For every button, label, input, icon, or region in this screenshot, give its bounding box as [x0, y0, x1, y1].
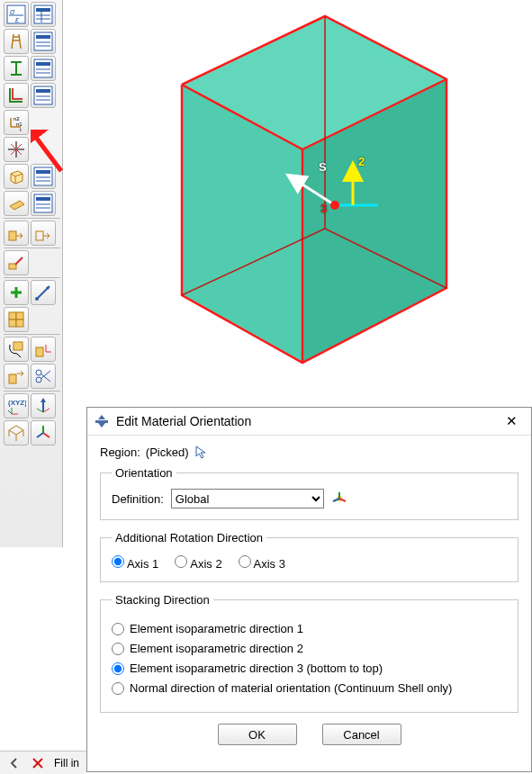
svg-rect-60: [16, 312, 23, 320]
viewport[interactable]: S 2 3: [63, 0, 532, 407]
radio-axis-3[interactable]: Axis 3: [239, 555, 285, 571]
svg-rect-61: [9, 320, 16, 327]
cancel-button[interactable]: Cancel: [322, 724, 401, 745]
status-bar: Fill in: [0, 751, 86, 774]
svg-point-68: [36, 370, 41, 375]
pick-a-icon[interactable]: [4, 364, 29, 389]
addrot-legend: Additional Rotation Direction: [112, 531, 266, 544]
radio-axis-1[interactable]: Axis 1: [112, 555, 158, 571]
dialog-titlebar[interactable]: Edit Material Orientation ✕: [87, 408, 531, 436]
svg-point-69: [36, 377, 41, 382]
datum-csys: S 2 3: [272, 149, 398, 248]
mesh-icon[interactable]: [4, 307, 29, 332]
svg-line-53: [15, 257, 23, 265]
profile-icon[interactable]: [4, 83, 29, 108]
radio-axis-3-input[interactable]: [239, 555, 251, 568]
svg-marker-80: [9, 426, 23, 435]
create-csys-icon[interactable]: [331, 490, 347, 507]
dialog-title: Edit Material Orientation: [116, 414, 491, 428]
radio-axis-2[interactable]: Axis 2: [175, 555, 221, 571]
svg-text:t: t: [20, 127, 22, 132]
svg-text:(XYZ): (XYZ): [8, 399, 26, 407]
sigma-epsilon-icon[interactable]: σε: [4, 2, 29, 27]
plane-table-icon[interactable]: [31, 191, 56, 216]
region-label: Region:: [100, 446, 140, 459]
tower-table-icon[interactable]: [31, 29, 56, 54]
ibeam-table-icon[interactable]: [31, 56, 56, 81]
radio-stack-2-input[interactable]: [112, 643, 124, 655]
brush-icon[interactable]: [4, 250, 29, 275]
svg-point-104: [330, 201, 339, 210]
svg-rect-105: [95, 420, 108, 423]
scissors-icon[interactable]: [31, 364, 56, 389]
group-stacking-direction: Stacking Direction Element isoparametric…: [100, 593, 518, 713]
radio-stack-4[interactable]: Normal direction of material orientation…: [112, 681, 507, 695]
svg-marker-37: [11, 171, 23, 184]
svg-marker-45: [10, 201, 24, 210]
svg-line-85: [43, 433, 50, 437]
svg-rect-47: [36, 197, 50, 201]
ibeam-icon[interactable]: [4, 56, 29, 81]
stack-legend: Stacking Direction: [112, 593, 213, 607]
tower-icon[interactable]: [4, 29, 29, 54]
cube-table-icon[interactable]: [31, 164, 56, 189]
radio-stack-3-input[interactable]: [112, 662, 124, 675]
triad-up-icon[interactable]: [31, 393, 56, 418]
assign-a-icon[interactable]: [4, 220, 29, 246]
svg-rect-50: [9, 231, 16, 240]
svg-marker-77: [41, 398, 46, 402]
plus-icon[interactable]: [4, 280, 29, 305]
svg-rect-59: [9, 312, 16, 320]
svg-rect-14: [36, 35, 50, 39]
svg-marker-107: [98, 423, 105, 428]
radio-stack-2[interactable]: Element isoparametric direction 2: [112, 642, 507, 655]
svg-rect-52: [9, 264, 16, 269]
svg-line-75: [8, 410, 12, 414]
back-button[interactable]: [4, 753, 25, 773]
svg-rect-67: [9, 374, 16, 383]
radio-stack-1[interactable]: Element isoparametric direction 1: [112, 622, 507, 635]
pick-cursor-icon[interactable]: [194, 445, 209, 459]
close-button[interactable]: ✕: [499, 409, 524, 434]
radio-stack-3[interactable]: Element isoparametric direction 3 (botto…: [112, 662, 507, 675]
svg-line-102: [290, 176, 335, 205]
axis-label-2: 2: [358, 155, 365, 168]
left-toolbar: σε n2n1t: [0, 0, 63, 547]
svg-rect-62: [16, 320, 23, 327]
svg-marker-106: [98, 415, 105, 419]
definition-select[interactable]: Global: [171, 489, 324, 508]
radio-axis-1-input[interactable]: [112, 555, 124, 568]
abaqus-icon: [95, 414, 109, 428]
orientation-legend: Orientation: [112, 466, 176, 480]
axis-label-3: 3: [320, 202, 327, 215]
triad-star-icon[interactable]: [31, 420, 56, 446]
definition-label: Definition:: [112, 492, 164, 506]
cube-icon[interactable]: [4, 164, 29, 189]
svg-rect-21: [36, 62, 50, 66]
svg-line-86: [37, 433, 43, 437]
radio-axis-2-input[interactable]: [175, 555, 187, 568]
sigma-table-icon[interactable]: [31, 2, 56, 27]
plane-icon[interactable]: [4, 191, 29, 216]
svg-point-58: [35, 297, 39, 301]
pick-csys-icon[interactable]: [31, 337, 56, 362]
ok-button[interactable]: OK: [218, 724, 297, 745]
csys-n1n2-icon[interactable]: n2n1t: [4, 110, 29, 135]
svg-rect-25: [36, 89, 50, 93]
svg-rect-64: [36, 347, 43, 356]
svg-rect-63: [14, 342, 23, 350]
axis-label-s: S: [319, 160, 327, 174]
crosshair-icon[interactable]: [4, 137, 29, 162]
svg-rect-5: [36, 8, 50, 12]
svg-line-79: [43, 409, 50, 412]
profile-table-icon[interactable]: [31, 83, 56, 108]
iso-icon[interactable]: [4, 420, 29, 446]
xyz-icon[interactable]: (XYZ): [4, 393, 29, 418]
radio-stack-4-input[interactable]: [112, 682, 124, 695]
cancel-x-button[interactable]: [27, 753, 49, 773]
vector-blue-icon[interactable]: [31, 280, 56, 305]
lasso-icon[interactable]: [4, 337, 29, 362]
radio-stack-1-input[interactable]: [112, 623, 124, 635]
assign-b-icon[interactable]: [31, 220, 56, 246]
dialog-edit-material-orientation: Edit Material Orientation ✕ Region: (Pic…: [86, 407, 532, 772]
